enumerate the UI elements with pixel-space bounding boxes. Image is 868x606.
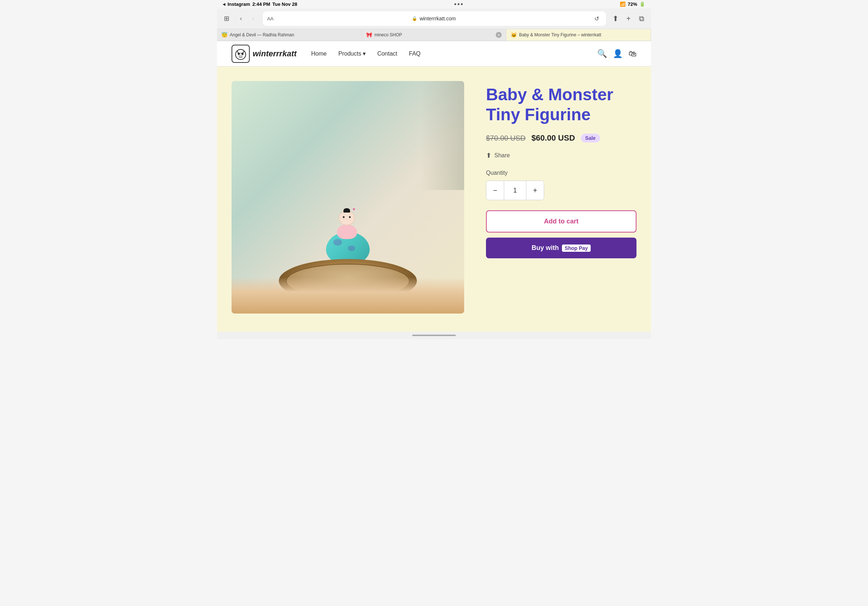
tab-angel-devil[interactable]: 😇 Angel & Devil — Radhia Rahman bbox=[217, 29, 362, 41]
logo-text: winterrrkatt bbox=[253, 49, 297, 59]
status-time: 2:44 PM bbox=[252, 2, 270, 7]
product-image-container: ♥ bbox=[231, 81, 464, 314]
baby-hair bbox=[344, 208, 350, 213]
tab-title-1: Angel & Devil — Radhia Rahman bbox=[230, 32, 357, 37]
reload-button[interactable]: ↺ bbox=[591, 14, 601, 24]
tab-favicon-2: 🎀 bbox=[366, 32, 372, 38]
status-center-dots bbox=[454, 3, 463, 5]
nav-faq[interactable]: FAQ bbox=[409, 51, 420, 57]
app-name: Instagram bbox=[228, 2, 250, 7]
product-title: Baby & Monster Tiny Figurine bbox=[486, 85, 637, 125]
back-button[interactable]: ‹ bbox=[236, 14, 246, 24]
site-header: winterrrkatt Home Products ▾ Contact FAQ… bbox=[217, 41, 651, 66]
browser-tabs: 😇 Angel & Devil — Radhia Rahman 🎀 mineco… bbox=[217, 29, 651, 41]
lock-icon: 🔒 bbox=[412, 16, 417, 21]
quantity-control: − 1 + bbox=[486, 181, 544, 200]
reader-mode-button[interactable]: AA bbox=[267, 16, 273, 22]
hand-holding bbox=[231, 277, 464, 314]
browser-actions: ⬆ + ⧉ bbox=[610, 14, 646, 24]
baby-head: ♥ bbox=[339, 211, 355, 225]
status-left: ◂ Instagram 2:44 PM Tue Nov 28 bbox=[223, 2, 297, 7]
sale-badge: Sale bbox=[581, 134, 600, 142]
baby-bow: ♥ bbox=[353, 207, 355, 212]
nav-contact[interactable]: Contact bbox=[377, 51, 397, 57]
sidebar-toggle-button[interactable]: ⊞ bbox=[222, 14, 231, 24]
shadow-overlay bbox=[420, 81, 464, 190]
status-bar: ◂ Instagram 2:44 PM Tue Nov 28 📶 72% 🔋 bbox=[217, 0, 651, 8]
product-info: Baby & Monster Tiny Figurine $70.00 USD … bbox=[486, 81, 637, 314]
nav-home[interactable]: Home bbox=[311, 51, 327, 57]
shop-pay-label: Shop Pay bbox=[565, 245, 588, 251]
baby-eye-left bbox=[343, 216, 344, 218]
shop-pay-logo: Shop Pay bbox=[562, 244, 591, 252]
address-text: 🔒 winterrrkatt.com bbox=[279, 15, 589, 22]
quantity-label: Quantity bbox=[486, 170, 637, 176]
battery-level: 72% bbox=[628, 2, 637, 7]
dot-3 bbox=[461, 3, 463, 5]
browser-nav-buttons: ‹ › bbox=[236, 14, 259, 24]
bottom-bar bbox=[217, 332, 651, 339]
forward-button[interactable]: › bbox=[248, 14, 259, 24]
monster-spot-2 bbox=[348, 246, 355, 251]
status-date: Tue Nov 28 bbox=[272, 2, 297, 7]
sale-price: $60.00 USD bbox=[532, 133, 575, 143]
share-label: Share bbox=[494, 152, 510, 159]
product-image: ♥ bbox=[231, 81, 464, 314]
share-button[interactable]: ⬆ bbox=[610, 14, 620, 24]
site-logo[interactable]: winterrrkatt bbox=[231, 45, 297, 63]
logo-svg bbox=[233, 46, 248, 61]
website-content: winterrrkatt Home Products ▾ Contact FAQ… bbox=[217, 41, 651, 332]
address-bar[interactable]: AA 🔒 winterrrkatt.com ↺ bbox=[263, 11, 606, 26]
back-arrow-icon: ◂ bbox=[223, 2, 225, 7]
nav-products[interactable]: Products ▾ bbox=[338, 50, 366, 57]
status-right: 📶 72% 🔋 bbox=[620, 2, 645, 7]
url-display: winterrrkatt.com bbox=[420, 15, 456, 22]
tabs-overview-button[interactable]: ⧉ bbox=[637, 14, 646, 24]
original-price: $70.00 USD bbox=[486, 134, 525, 142]
baby-body bbox=[337, 224, 357, 239]
price-row: $70.00 USD $60.00 USD Sale bbox=[486, 133, 637, 143]
site-actions: 🔍 👤 🛍 bbox=[597, 49, 637, 59]
cart-button[interactable]: 🛍 bbox=[628, 49, 637, 59]
buy-now-button[interactable]: Buy with Shop Pay bbox=[486, 238, 637, 258]
tab-winterrkatt[interactable]: 🐱 Baby & Monster Tiny Figurine – winterr… bbox=[506, 29, 651, 41]
account-button[interactable]: 👤 bbox=[613, 49, 623, 59]
chevron-down-icon: ▾ bbox=[363, 50, 366, 57]
search-button[interactable]: 🔍 bbox=[597, 49, 607, 59]
quantity-increment-button[interactable]: + bbox=[526, 181, 544, 200]
quantity-decrement-button[interactable]: − bbox=[486, 181, 504, 200]
share-button[interactable]: ⬆ Share bbox=[486, 152, 510, 159]
tab-favicon-3: 🐱 bbox=[511, 32, 517, 38]
browser-toolbar: ⊞ ‹ › AA 🔒 winterrrkatt.com ↺ ⬆ + ⧉ bbox=[217, 8, 651, 29]
tab-title-2: mineco SHOP bbox=[374, 32, 494, 37]
tab-favicon-1: 😇 bbox=[222, 32, 228, 38]
site-nav: Home Products ▾ Contact FAQ bbox=[311, 50, 583, 57]
tab-title-3: Baby & Monster Tiny Figurine – winterrka… bbox=[519, 32, 646, 37]
browser-chrome: ⊞ ‹ › AA 🔒 winterrrkatt.com ↺ ⬆ + ⧉ 😇 An… bbox=[217, 8, 651, 41]
add-to-cart-button[interactable]: Add to cart bbox=[486, 210, 637, 232]
monster-spot-1 bbox=[333, 239, 342, 246]
new-tab-button[interactable]: + bbox=[623, 14, 634, 24]
share-icon: ⬆ bbox=[486, 152, 491, 159]
wifi-icon: 📶 bbox=[620, 2, 626, 7]
dot-2 bbox=[457, 3, 459, 5]
tab-close-button[interactable]: ✕ bbox=[496, 32, 502, 38]
buy-now-label: Buy with bbox=[532, 244, 559, 252]
quantity-value: 1 bbox=[504, 181, 526, 200]
logo-icon bbox=[231, 45, 250, 63]
baby-eye-right bbox=[349, 216, 351, 218]
nav-products-label: Products bbox=[338, 51, 361, 57]
home-indicator bbox=[412, 335, 456, 336]
dot-1 bbox=[454, 3, 456, 5]
battery-icon: 🔋 bbox=[639, 2, 645, 7]
tab-mineco[interactable]: 🎀 mineco SHOP ✕ bbox=[362, 29, 506, 41]
product-page: ♥ Baby & Monster Tiny Figurine bbox=[217, 66, 651, 328]
